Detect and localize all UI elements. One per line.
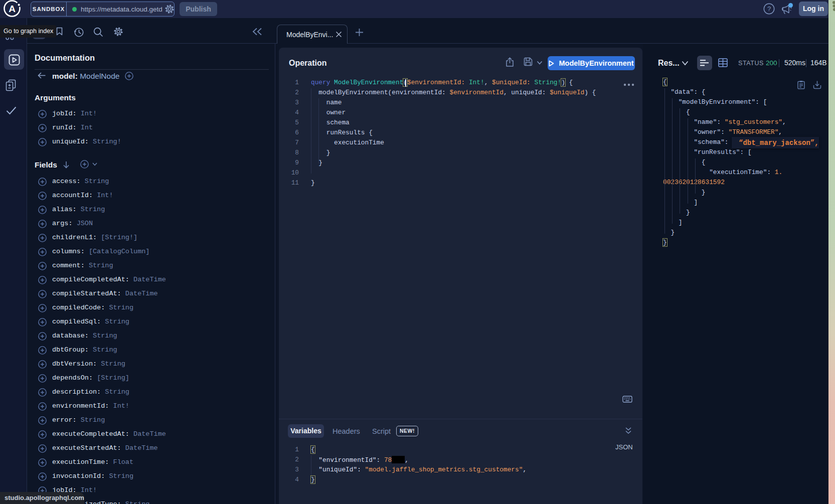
svg-text:A: A (9, 4, 16, 14)
svg-text:?: ? (767, 5, 771, 13)
